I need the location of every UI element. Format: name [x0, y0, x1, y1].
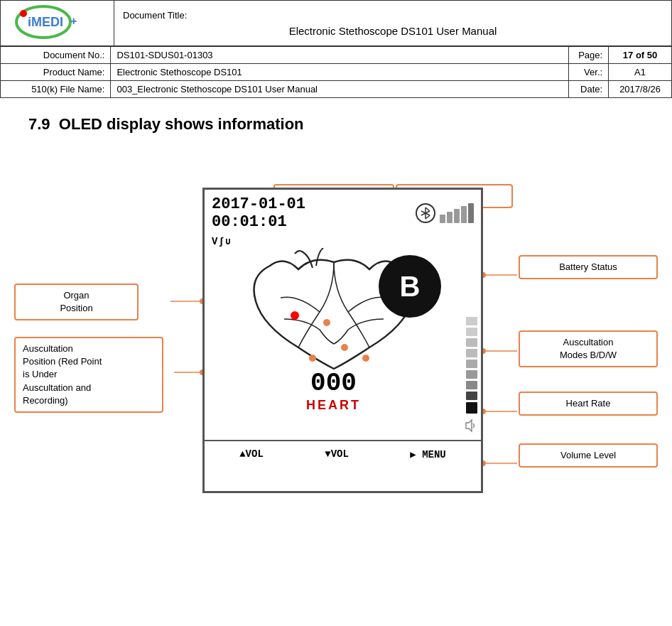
battery-status-annotation: Battery Status — [519, 255, 658, 279]
page-label: Page: — [568, 47, 609, 64]
oled-time: 00:01:01 — [212, 213, 305, 231]
svg-point-26 — [341, 344, 348, 351]
oled-heart-display: V∫∪ — [205, 234, 462, 440]
doc-title-label: Document Title: — [123, 10, 663, 21]
vol-bar-1 — [466, 317, 477, 325]
auscultation-modes-label: AuscultationModes B/D/W — [560, 337, 617, 360]
ecg-line: V∫∪ — [212, 235, 232, 247]
section-heading: 7.9 OLED display shows information — [28, 115, 672, 134]
volume-level-annotation: Volume Level — [519, 443, 658, 468]
bluetooth-icon — [416, 203, 435, 223]
oled-date: 2017-01-01 — [212, 195, 305, 213]
heart-number: 000 — [310, 369, 357, 398]
vol-bar-6 — [466, 370, 477, 379]
logo-svg: iMEDI + — [15, 4, 100, 41]
logo-cell: iMEDI + — [1, 1, 114, 46]
volume-bars — [462, 234, 481, 440]
page-value: 17 of 50 — [609, 47, 672, 64]
ver-label: Ver.: — [568, 64, 609, 81]
vol-bar-4 — [466, 349, 477, 357]
oled-datetime: 2017-01-01 00:01:01 — [212, 195, 305, 231]
b-mode-letter: B — [400, 271, 421, 303]
speaker-icon — [465, 419, 479, 433]
organ-position-annotation: OrganPosition — [14, 284, 139, 320]
vol-down-label: ▼VOL — [325, 448, 349, 460]
svg-line-21 — [426, 207, 430, 211]
oled-screen: 2017-01-01 00:01:01 — [202, 188, 483, 493]
doc-title-area: Document Title: Electronic Stethoscope D… — [114, 1, 672, 46]
file-label: 510(k) File Name: — [1, 81, 111, 98]
date-label: Date: — [568, 81, 609, 98]
heart-rate-annotation: Heart Rate — [519, 392, 658, 416]
product-label: Product Name: — [1, 64, 111, 81]
auscultation-position-label: AuscultationPosition (Red Pointis UnderA… — [23, 343, 102, 406]
svg-line-23 — [426, 215, 430, 219]
svg-point-27 — [362, 355, 369, 362]
product-name: Electronic Stethoscope DS101 — [111, 64, 568, 81]
file-name: 003_Electronic Stethoscope DS101 User Ma… — [111, 81, 568, 98]
doc-no-label: Document No.: — [1, 47, 111, 64]
b-mode-indicator: B — [379, 255, 441, 318]
auscultation-red-dot — [291, 311, 299, 320]
svg-marker-29 — [466, 420, 472, 431]
svg-text:+: + — [70, 15, 77, 27]
svg-point-25 — [323, 319, 330, 326]
bluetooth-symbol — [420, 206, 431, 220]
svg-point-1 — [20, 10, 27, 17]
doc-title-value: Electronic Stethoscope DS101 User Manual — [123, 21, 663, 37]
svg-text:iMEDI: iMEDI — [28, 15, 63, 29]
doc-no-value: DS101-SDUS01-01303 — [111, 47, 568, 64]
ver-value: A1 — [609, 64, 672, 81]
page-rest: of 50 — [633, 50, 657, 60]
vol-bar-active — [466, 402, 477, 414]
vol-up-label: ▲VOL — [239, 448, 264, 460]
oled-bottom-bar: ▲VOL ▼VOL ▶ MENU — [205, 440, 481, 467]
page-bold: 17 — [623, 50, 633, 60]
svg-point-28 — [309, 355, 316, 362]
battery-icon — [440, 203, 474, 223]
vol-bar-5 — [466, 360, 477, 368]
heart-rate-label: Heart Rate — [566, 398, 611, 409]
volume-level-label: Volume Level — [560, 450, 616, 460]
section-title: OLED display shows information — [59, 115, 304, 133]
heart-label: HEART — [306, 398, 361, 413]
battery-status-label: Battery Status — [559, 261, 617, 272]
vol-bar-2 — [466, 328, 477, 336]
vol-bar-8 — [466, 392, 477, 400]
auscultation-position-annotation: AuscultationPosition (Red Pointis UnderA… — [14, 337, 163, 413]
diagram-area: Date and Time Bluetooth Battery Status O… — [0, 145, 672, 600]
menu-label: ▶ MENU — [410, 448, 445, 460]
vol-bar-3 — [466, 338, 477, 347]
organ-position-label: OrganPosition — [60, 290, 92, 313]
section-number: 7.9 — [28, 115, 50, 133]
date-value: 2017/8/26 — [609, 81, 672, 98]
oled-status-icons — [416, 203, 474, 223]
vol-bar-7 — [466, 381, 477, 389]
auscultation-modes-annotation: AuscultationModes B/D/W — [519, 330, 658, 367]
heart-reading: 000 HEART — [306, 369, 361, 413]
